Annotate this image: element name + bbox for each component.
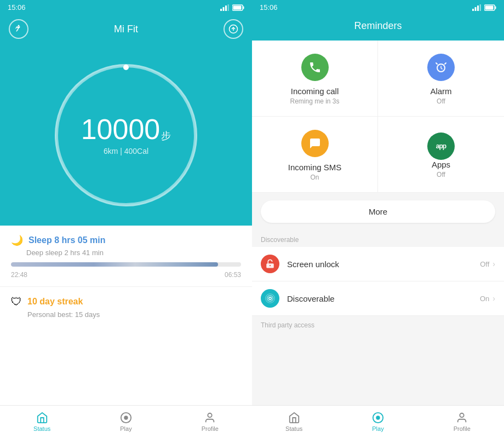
alarm-status: Off — [437, 97, 445, 105]
profile-icon-right — [456, 412, 468, 424]
step-circle-container: 10000 步 6km | 400Cal — [0, 45, 252, 226]
sms-icon — [301, 130, 329, 157]
discoverable-icon — [261, 289, 279, 308]
sleep-icon: 🌙 — [11, 234, 23, 246]
reminder-sms[interactable]: Incoming SMS On — [252, 117, 378, 193]
left-bottom-nav: Status Play Profile — [0, 405, 252, 438]
nav-play-label-right: Play — [372, 425, 383, 432]
nav-play-right[interactable]: Play — [336, 406, 420, 438]
left-panel: 15:06 Mi Fit — [0, 0, 252, 438]
svg-point-28 — [460, 413, 464, 417]
nav-status-label-right: Status — [285, 425, 302, 432]
screen-unlock-name: Screen unlock — [287, 260, 480, 269]
discoverable-arrow: › — [492, 294, 495, 303]
svg-rect-18 — [495, 6, 496, 9]
step-circle: 10000 步 6km | 400Cal — [55, 64, 197, 206]
svg-point-11 — [124, 416, 128, 419]
screen-unlock-arrow: › — [492, 260, 495, 268]
reminder-alarm[interactable]: Alarm Off — [378, 41, 504, 117]
nav-profile-label-right: Profile — [454, 425, 471, 432]
right-panel: 15:06 Reminders — [252, 0, 504, 438]
streak-sub: Personal best: 15 days — [27, 310, 241, 319]
discoverable-section-label: Discoverable — [252, 230, 504, 247]
left-app-header: Mi Fit — [0, 15, 252, 45]
svg-rect-6 — [233, 5, 242, 9]
right-time: 15:06 — [260, 3, 278, 11]
sleep-bar-fill — [11, 262, 218, 267]
sleep-end: 06:53 — [225, 271, 241, 279]
incoming-call-status: Reming me in 3s — [290, 97, 339, 105]
svg-rect-16 — [480, 4, 482, 11]
reminder-apps[interactable]: app Apps Off — [378, 117, 504, 193]
sms-status: On — [310, 174, 319, 181]
upload-icon[interactable] — [224, 19, 243, 39]
upload-svg — [228, 24, 238, 34]
apps-icon: app — [427, 132, 455, 160]
home-icon-right — [288, 412, 300, 424]
reminder-incoming-call[interactable]: Incoming call Reming me in 3s — [252, 41, 378, 117]
runner-icon[interactable] — [9, 19, 28, 39]
play-icon-right — [372, 412, 384, 424]
screen-unlock-item[interactable]: Screen unlock Off › — [252, 247, 504, 281]
screen-unlock-value: Off — [480, 260, 489, 268]
sms-name: Incoming SMS — [288, 163, 342, 172]
alarm-icon — [427, 54, 455, 81]
profile-icon-left — [204, 412, 216, 424]
incoming-call-icon — [301, 54, 329, 81]
sleep-title: Sleep 8 hrs 05 min — [28, 235, 106, 245]
screen-unlock-icon — [261, 255, 279, 273]
right-signal-icon — [472, 4, 481, 11]
nav-status-left[interactable]: Status — [0, 406, 84, 438]
apps-status: Off — [437, 171, 445, 178]
svg-rect-0 — [220, 9, 222, 11]
right-bottom-nav: Status Play Profile — [252, 405, 504, 438]
right-status-icons — [472, 4, 496, 11]
sleep-bar — [11, 262, 241, 267]
incoming-call-name: Incoming call — [291, 87, 339, 96]
streak-panel[interactable]: 🛡 10 day streak Personal best: 15 days — [0, 287, 252, 327]
alarm-name: Alarm — [430, 87, 451, 96]
nav-play-label-left: Play — [120, 425, 131, 432]
discoverable-item[interactable]: Discoverable On › — [252, 281, 504, 316]
third-party-section-label: Third party access — [252, 316, 504, 332]
svg-point-23 — [269, 297, 272, 300]
discoverable-name: Discoverable — [287, 294, 480, 303]
svg-rect-1 — [223, 7, 225, 11]
left-status-icons — [220, 4, 244, 11]
nav-play-left[interactable]: Play — [84, 406, 168, 438]
more-button[interactable]: More — [261, 200, 495, 223]
step-count: 10000 步 — [81, 115, 171, 143]
nav-profile-left[interactable]: Profile — [168, 406, 252, 438]
step-sub: 6km | 400Cal — [104, 147, 148, 155]
svg-point-27 — [376, 416, 380, 419]
left-time: 15:06 — [8, 3, 26, 11]
home-icon-left — [36, 412, 48, 424]
nav-profile-right[interactable]: Profile — [420, 406, 504, 438]
streak-icon: 🛡 — [11, 296, 22, 308]
nav-status-label-left: Status — [33, 425, 50, 432]
svg-point-7 — [18, 25, 20, 27]
apps-name: Apps — [432, 160, 450, 169]
sleep-panel[interactable]: 🌙 Sleep 8 hrs 05 min Deep sleep 2 hrs 41… — [0, 226, 252, 287]
nav-status-right[interactable]: Status — [252, 406, 336, 438]
sleep-sub: Deep sleep 2 hrs 41 min — [26, 249, 241, 257]
signal-icon — [220, 4, 229, 11]
reminder-grid: Incoming call Reming me in 3s Alarm Off — [252, 41, 504, 193]
play-icon-left — [120, 412, 132, 424]
svg-rect-14 — [475, 7, 477, 11]
right-header: 15:06 Reminders — [252, 0, 504, 41]
app-title: Mi Fit — [28, 24, 224, 35]
right-battery-icon — [484, 4, 496, 11]
streak-header: 🛡 10 day streak — [11, 296, 241, 308]
discoverable-value: On — [480, 295, 489, 303]
svg-rect-19 — [485, 5, 494, 9]
svg-rect-13 — [472, 9, 474, 11]
sleep-start: 22:48 — [11, 271, 27, 279]
left-status-bar: 15:06 — [0, 0, 252, 15]
runner-svg — [14, 24, 24, 34]
info-panels: 🌙 Sleep 8 hrs 05 min Deep sleep 2 hrs 41… — [0, 226, 252, 406]
svg-rect-3 — [228, 4, 230, 11]
svg-rect-5 — [243, 6, 244, 9]
svg-rect-15 — [477, 5, 479, 11]
nav-profile-label-left: Profile — [202, 425, 219, 432]
